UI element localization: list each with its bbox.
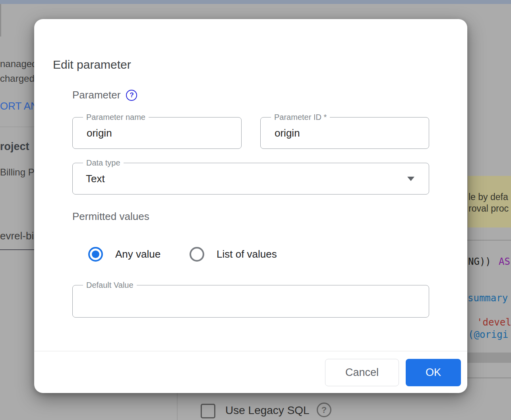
data-type-label: Data type [83, 158, 124, 168]
parameter-section: Parameter ? [72, 89, 137, 101]
help-icon[interactable]: ? [126, 90, 137, 101]
code-line-2: summary [468, 293, 508, 304]
parameter-id-field[interactable]: Parameter ID * [260, 117, 429, 149]
left-edge-strip [0, 4, 1, 37]
bg-text-managed: nanaged [0, 58, 37, 69]
parameter-name-input[interactable] [86, 127, 224, 140]
parameter-name-label: Parameter name [83, 113, 149, 122]
code-keyword-as: AS [499, 256, 510, 267]
parameter-section-label: Parameter [72, 89, 120, 101]
bg-divider-right [467, 240, 511, 241]
parameter-name-field[interactable]: Parameter name [72, 117, 242, 149]
radio-selected-icon [88, 247, 103, 262]
panel-vertical-divider [177, 393, 178, 420]
footer-divider [34, 351, 467, 351]
notice-line: roval proc [468, 203, 509, 214]
cancel-button[interactable]: Cancel [325, 359, 399, 386]
bg-input-underline [0, 249, 34, 250]
parameter-id-input[interactable] [274, 127, 412, 140]
radio-label: Any value [115, 248, 161, 260]
bg-divider-left [0, 127, 35, 127]
bg-input-value-devrel: evrel-big [0, 230, 40, 242]
use-legacy-sql-checkbox [201, 404, 215, 418]
notice-box: le by defa roval proc [468, 176, 511, 227]
ok-button[interactable]: OK [406, 359, 461, 386]
data-type-value: Text [86, 173, 105, 185]
dialog-title: Edit parameter [53, 58, 131, 71]
default-value-input[interactable] [86, 295, 412, 308]
code-line-1: NG)) AS [468, 256, 497, 267]
default-value-field[interactable]: Default Value [72, 285, 429, 318]
default-value-label: Default Value [83, 281, 137, 290]
notice-line: le by defa [468, 192, 508, 202]
top-bar [0, 0, 511, 4]
bg-heading-project: roject [0, 141, 29, 153]
right-band-dark [467, 353, 511, 363]
chevron-down-icon [407, 177, 414, 181]
radio-unselected-icon [190, 247, 204, 262]
bg-link-fragment: ORT AN [0, 100, 38, 112]
data-type-select[interactable]: Data type Text [72, 163, 429, 195]
code-fragment: NG)) [468, 256, 491, 267]
legacy-sql-help-icon: ? [317, 403, 331, 417]
radio-label: List of values [217, 248, 277, 260]
radio-option-list-of-values[interactable]: List of values [190, 247, 277, 262]
right-divider-2 [467, 378, 511, 378]
parameter-id-label: Parameter ID * [271, 113, 330, 122]
bg-text-billing: Billing P [0, 167, 35, 178]
code-line-3: 'devel [477, 317, 511, 328]
bg-text-charged: charged [0, 73, 35, 84]
code-line-4: (@origi [468, 329, 508, 340]
edit-parameter-dialog: Edit parameter Parameter ? Parameter nam… [34, 19, 467, 393]
radio-option-any-value[interactable]: Any value [88, 247, 161, 262]
permitted-values-heading: Permitted values [72, 210, 149, 223]
use-legacy-sql-label: Use Legacy SQL [225, 404, 310, 417]
